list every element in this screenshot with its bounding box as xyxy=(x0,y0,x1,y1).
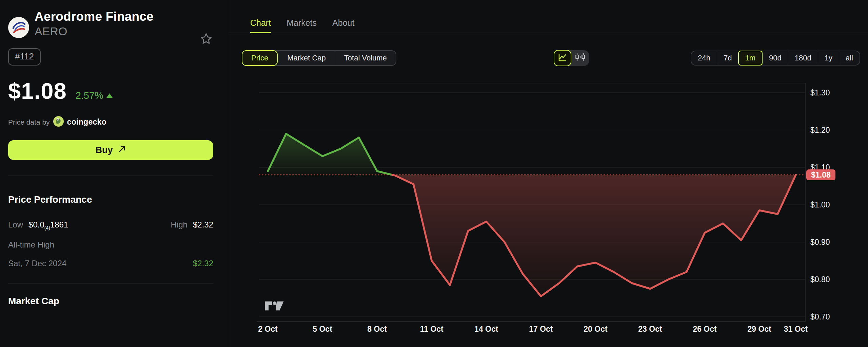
up-triangle-icon xyxy=(106,93,113,98)
ath-label: All-time High xyxy=(8,240,213,250)
svg-text:20 Oct: 20 Oct xyxy=(584,325,608,333)
sidebar-divider xyxy=(8,176,213,176)
svg-text:$0.70: $0.70 xyxy=(810,312,830,321)
high-pair: High $2.32 xyxy=(171,220,213,230)
price-chart[interactable]: $1.30$1.20$1.10$1.00$0.90$0.80$0.702 Oct… xyxy=(228,0,868,347)
buy-button[interactable]: Buy xyxy=(8,140,213,160)
low-pair: Low $0.0(4)1861 xyxy=(8,220,68,231)
price-change: 2.57% xyxy=(76,90,113,101)
favorite-star-icon[interactable] xyxy=(199,32,213,47)
svg-text:8 Oct: 8 Oct xyxy=(367,325,387,333)
buy-button-label: Buy xyxy=(95,145,113,156)
svg-text:$0.90: $0.90 xyxy=(810,238,830,246)
svg-text:$1.00: $1.00 xyxy=(810,200,830,209)
low-value-subscript: (4) xyxy=(44,225,50,231)
svg-text:29 Oct: 29 Oct xyxy=(747,325,771,333)
range-1m-button[interactable]: 1m xyxy=(738,51,763,66)
chart-panel: Chart Markets About Price Market Cap Tot… xyxy=(228,0,868,347)
coingecko-icon xyxy=(53,116,64,128)
external-link-arrow-icon xyxy=(118,145,126,156)
low-label: Low xyxy=(8,220,23,230)
coin-title-block: Aerodrome Finance AERO xyxy=(35,10,154,38)
svg-text:$1.30: $1.30 xyxy=(810,88,830,97)
price-row: $1.08 2.57% xyxy=(8,78,213,104)
current-price: $1.08 xyxy=(8,78,67,104)
svg-text:23 Oct: 23 Oct xyxy=(638,325,662,333)
high-value: $2.32 xyxy=(193,220,213,230)
svg-text:11 Oct: 11 Oct xyxy=(420,325,443,333)
coin-sidebar: Aerodrome Finance AERO #112 $1.08 2.57% … xyxy=(0,0,228,347)
low-high-row: Low $0.0(4)1861 High $2.32 xyxy=(8,220,213,231)
high-label: High xyxy=(171,220,188,230)
price-data-attribution: Price data by coingecko xyxy=(8,116,213,128)
svg-text:$0.80: $0.80 xyxy=(810,275,830,284)
market-cap-title: Market Cap xyxy=(8,296,213,307)
ath-value: $2.32 xyxy=(193,259,213,268)
svg-text:17 Oct: 17 Oct xyxy=(529,325,553,333)
coin-symbol: AERO xyxy=(35,25,154,38)
svg-text:2 Oct: 2 Oct xyxy=(258,325,278,333)
attribution-prefix: Price data by xyxy=(8,118,50,126)
attribution-provider[interactable]: coingecko xyxy=(67,117,106,127)
sidebar-divider-2 xyxy=(8,283,213,284)
low-value: $0.0(4)1861 xyxy=(28,220,68,231)
aerodrome-logo xyxy=(8,17,29,38)
svg-text:14 Oct: 14 Oct xyxy=(474,325,498,333)
svg-text:$1.08: $1.08 xyxy=(811,170,831,179)
market-rank-badge: #112 xyxy=(8,48,41,66)
coin-name: Aerodrome Finance xyxy=(35,10,154,24)
svg-text:31 Oct: 31 Oct xyxy=(784,325,808,333)
svg-text:26 Oct: 26 Oct xyxy=(693,325,717,333)
coin-header: Aerodrome Finance AERO xyxy=(8,10,213,38)
svg-text:$1.20: $1.20 xyxy=(810,126,830,134)
svg-text:5 Oct: 5 Oct xyxy=(313,325,332,333)
ath-row: Sat, 7 Dec 2024 $2.32 xyxy=(8,259,213,268)
ath-date: Sat, 7 Dec 2024 xyxy=(8,259,66,268)
tradingview-logo[interactable] xyxy=(264,300,285,313)
price-change-value: 2.57% xyxy=(76,90,103,101)
price-performance-title: Price Performance xyxy=(8,194,213,205)
